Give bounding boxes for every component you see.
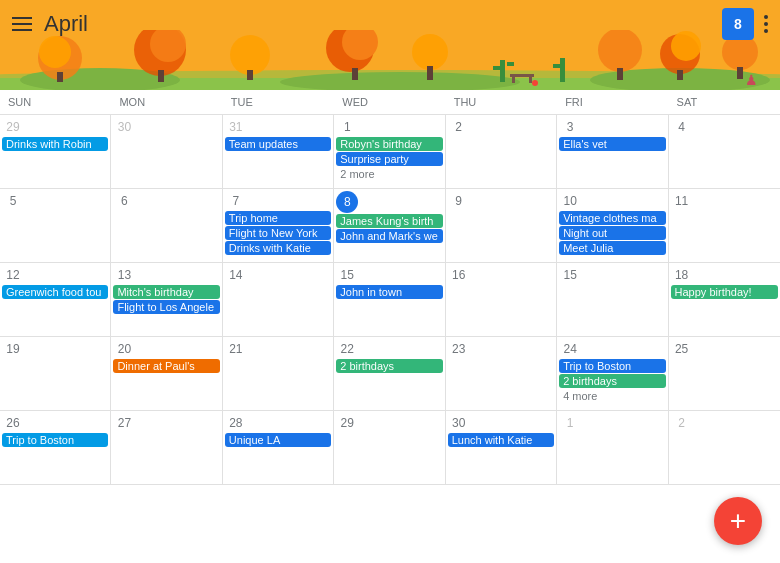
day-number: 9: [448, 192, 470, 210]
svg-point-11: [230, 35, 270, 75]
day-number: 22: [336, 340, 358, 358]
day-cell[interactable]: 7Trip homeFlight to New YorkDrinks with …: [223, 189, 334, 263]
day-cell[interactable]: 16: [446, 263, 557, 337]
day-number: 1: [559, 414, 581, 432]
day-cell[interactable]: 9: [446, 189, 557, 263]
day-cell[interactable]: 27: [111, 411, 222, 485]
svg-point-33: [532, 80, 538, 86]
day-cell[interactable]: 26Trip to Boston: [0, 411, 111, 485]
svg-rect-10: [158, 70, 164, 82]
event-label[interactable]: Meet Julia: [559, 241, 665, 255]
day-number: 2: [671, 414, 693, 432]
calendar-weeks: 29Drinks with Robin3031Team updates1Roby…: [0, 115, 780, 559]
event-label[interactable]: Lunch with Katie: [448, 433, 554, 447]
day-cell[interactable]: 15: [557, 263, 668, 337]
event-label[interactable]: John in town: [336, 285, 442, 299]
day-cell[interactable]: 2: [669, 411, 780, 485]
svg-rect-24: [617, 68, 623, 80]
event-label[interactable]: Robyn's birthday: [336, 137, 442, 151]
day-number: 14: [225, 266, 247, 284]
event-label[interactable]: Greenwich food tou: [2, 285, 108, 299]
event-label[interactable]: Team updates: [225, 137, 331, 151]
day-number: 19: [2, 340, 24, 358]
event-label[interactable]: Unique LA: [225, 433, 331, 447]
calendar-header: April 8: [0, 0, 780, 90]
add-event-button[interactable]: +: [714, 497, 762, 545]
day-number: 1: [336, 118, 358, 136]
event-label[interactable]: Trip to Boston: [559, 359, 665, 373]
event-label[interactable]: Drinks with Robin: [2, 137, 108, 151]
event-label[interactable]: Vintage clothes ma: [559, 211, 665, 225]
svg-rect-7: [57, 72, 63, 82]
event-label[interactable]: Trip to Boston: [2, 433, 108, 447]
svg-rect-21: [560, 58, 565, 82]
menu-button[interactable]: [12, 17, 32, 31]
day-cell[interactable]: 29Drinks with Robin: [0, 115, 111, 189]
day-number: 25: [671, 340, 693, 358]
svg-rect-20: [507, 62, 514, 66]
event-label[interactable]: Happy birthday!: [671, 285, 778, 299]
day-cell[interactable]: 31Team updates: [223, 115, 334, 189]
day-number: 24: [559, 340, 581, 358]
day-cell[interactable]: 18Happy birthday!: [669, 263, 780, 337]
day-cell[interactable]: 21: [223, 337, 334, 411]
day-cell[interactable]: 28Unique LA: [223, 411, 334, 485]
day-cell[interactable]: 1: [557, 411, 668, 485]
day-cell[interactable]: 19: [0, 337, 111, 411]
day-cell[interactable]: 30Lunch with Katie: [446, 411, 557, 485]
day-cell[interactable]: 24Trip to Boston2 birthdays4 more: [557, 337, 668, 411]
day-number: 15: [336, 266, 358, 284]
day-cell[interactable]: 1Robyn's birthdaySurprise party2 more: [334, 115, 445, 189]
day-number: 13: [113, 266, 135, 284]
day-number: 11: [671, 192, 693, 210]
event-label[interactable]: Night out: [559, 226, 665, 240]
day-cell[interactable]: 23: [446, 337, 557, 411]
event-label[interactable]: 2 birthdays: [559, 374, 665, 388]
day-cell[interactable]: 12Greenwich food tou: [0, 263, 111, 337]
event-label[interactable]: John and Mark's we: [336, 229, 442, 243]
day-cell[interactable]: 2: [446, 115, 557, 189]
more-options-button[interactable]: [764, 15, 768, 33]
day-number: 29: [2, 118, 24, 136]
event-label[interactable]: Dinner at Paul's: [113, 359, 219, 373]
svg-point-6: [39, 36, 71, 68]
day-number: 21: [225, 340, 247, 358]
event-label[interactable]: Flight to New York: [225, 226, 331, 240]
event-label[interactable]: Trip home: [225, 211, 331, 225]
event-label[interactable]: Ella's vet: [559, 137, 665, 151]
day-cell[interactable]: 13Mitch's birthdayFlight to Los Angele: [111, 263, 222, 337]
day-cell[interactable]: 5: [0, 189, 111, 263]
event-label[interactable]: Drinks with Katie: [225, 241, 331, 255]
day-cell[interactable]: 20Dinner at Paul's: [111, 337, 222, 411]
event-label[interactable]: Mitch's birthday: [113, 285, 219, 299]
day-cell[interactable]: 10Vintage clothes maNight outMeet Julia: [557, 189, 668, 263]
day-number: 20: [113, 340, 135, 358]
day-cell[interactable]: 6: [111, 189, 222, 263]
today-button[interactable]: 8: [722, 8, 754, 40]
day-cell[interactable]: 29: [334, 411, 445, 485]
event-label[interactable]: Surprise party: [336, 152, 442, 166]
day-cell[interactable]: 4: [669, 115, 780, 189]
day-cell[interactable]: 14: [223, 263, 334, 337]
day-cell[interactable]: 8James Kung's birthJohn and Mark's we: [334, 189, 445, 263]
day-header-fri: Fri: [557, 90, 668, 114]
event-label[interactable]: James Kung's birth: [336, 214, 442, 228]
svg-rect-32: [529, 77, 532, 83]
event-label[interactable]: 2 birthdays: [336, 359, 442, 373]
svg-rect-18: [500, 60, 505, 82]
day-number: 4: [671, 118, 693, 136]
day-cell[interactable]: 3Ella's vet: [557, 115, 668, 189]
day-cell[interactable]: 11: [669, 189, 780, 263]
calendar-grid-container: SunMonTueWedThuFriSat 29Drinks with Robi…: [0, 90, 780, 559]
day-number: 3: [559, 118, 581, 136]
day-number: 30: [448, 414, 470, 432]
day-cell[interactable]: 25: [669, 337, 780, 411]
event-label[interactable]: 2 more: [336, 167, 442, 181]
event-label[interactable]: Flight to Los Angele: [113, 300, 219, 314]
day-cell[interactable]: 222 birthdays: [334, 337, 445, 411]
event-label[interactable]: 4 more: [559, 389, 665, 403]
day-header-sat: Sat: [669, 90, 780, 114]
day-cell[interactable]: 30: [111, 115, 222, 189]
day-cell[interactable]: 15John in town: [334, 263, 445, 337]
svg-rect-12: [247, 70, 253, 80]
